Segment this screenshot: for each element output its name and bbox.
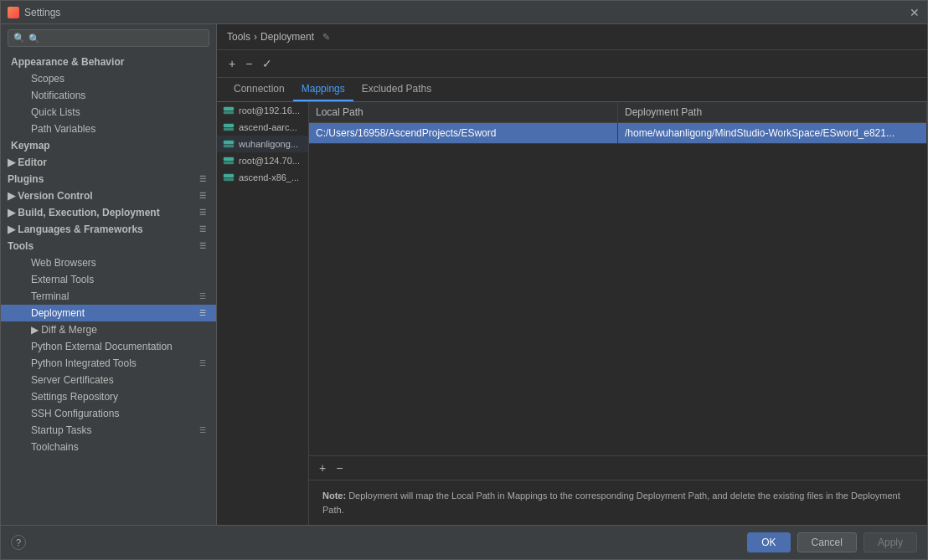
col-header-local: Local Path: [309, 102, 618, 122]
title-bar: Settings ✕: [1, 1, 927, 24]
sidebar-item-external-tools[interactable]: External Tools: [1, 271, 216, 288]
server-item-4[interactable]: root@124.70...: [217, 152, 308, 169]
content-panel: Tools › Deployment ✎ + − ✓ Connection Ma…: [217, 24, 927, 525]
lang-icon: ☰: [199, 225, 206, 234]
sidebar-item-web-browsers[interactable]: Web Browsers: [1, 254, 216, 271]
build-icon: ☰: [199, 208, 206, 217]
remove-mapping-button[interactable]: −: [333, 460, 346, 476]
breadcrumb-edit-icon[interactable]: ✎: [322, 32, 330, 43]
sidebar-item-path-variables[interactable]: Path Variables: [1, 121, 216, 137]
terminal-icon: ☰: [199, 292, 206, 301]
sidebar-item-languages[interactable]: ▶ Languages & Frameworks ☰: [1, 221, 216, 238]
tab-mappings[interactable]: Mappings: [293, 78, 353, 101]
sidebar-item-deployment[interactable]: Deployment ☰: [1, 305, 216, 321]
note-area: Note: Deployment will map the Local Path…: [309, 480, 927, 525]
mapping-cell-deploy-1: /home/wuhanligong/MindStudio-WorkSpace/E…: [618, 123, 927, 143]
sidebar-item-tools[interactable]: Tools ☰: [1, 238, 216, 254]
search-box[interactable]: 🔍: [8, 29, 209, 47]
server-icon-1: [222, 105, 235, 116]
py-int-icon: ☰: [199, 359, 206, 367]
mapping-row-1[interactable]: C:/Users/16958/AscendProjects/ESword /ho…: [309, 123, 927, 144]
svg-rect-6: [224, 157, 234, 161]
server-item-5[interactable]: ascend-x86_...: [217, 169, 308, 186]
startup-icon: ☰: [199, 426, 206, 434]
svg-rect-5: [224, 145, 234, 147]
sidebar-item-python-int-tools[interactable]: Python Integrated Tools ☰: [1, 355, 216, 372]
mappings-table-header: Local Path Deployment Path: [309, 102, 927, 123]
sidebar-item-appearance[interactable]: Appearance & Behavior: [1, 54, 216, 70]
sidebar-item-editor[interactable]: ▶ Editor: [1, 154, 216, 171]
sidebar-item-terminal[interactable]: Terminal ☰: [1, 288, 216, 305]
breadcrumb-current: Deployment: [260, 31, 314, 43]
window-title: Settings: [24, 7, 60, 18]
split-panel: root@192.16... ascend-aarc...: [217, 102, 927, 525]
server-item-2[interactable]: ascend-aarc...: [217, 119, 308, 136]
app-icon: [8, 7, 19, 18]
breadcrumb-parent: Tools: [227, 31, 250, 43]
sidebar-item-version-control[interactable]: ▶ Version Control ☰: [1, 188, 216, 204]
server-item-1[interactable]: root@192.16...: [217, 102, 308, 119]
sidebar-section: Appearance & Behavior Scopes Notificatio…: [1, 52, 216, 457]
add-server-button[interactable]: +: [225, 55, 239, 72]
mappings-toolbar-bottom: + −: [309, 455, 927, 480]
close-button[interactable]: ✕: [909, 7, 920, 18]
apply-button[interactable]: Apply: [864, 532, 917, 552]
svg-rect-1: [224, 111, 234, 114]
sidebar-item-ssh-config[interactable]: SSH Configurations: [1, 405, 216, 422]
server-icon-5: [222, 172, 235, 182]
title-bar-left: Settings: [8, 7, 60, 18]
sidebar-item-toolchains[interactable]: Toolchains: [1, 439, 216, 455]
server-item-3[interactable]: wuhanligong...: [217, 136, 308, 152]
col-header-deploy: Deployment Path: [618, 102, 927, 122]
deployment-icon: ☰: [199, 309, 206, 317]
remove-server-button[interactable]: −: [242, 55, 255, 72]
sidebar-item-python-ext-doc[interactable]: Python External Documentation: [1, 338, 216, 355]
sidebar-item-plugins[interactable]: Plugins ☰: [1, 171, 216, 188]
sidebar-item-notifications[interactable]: Notifications: [1, 87, 216, 104]
ok-button[interactable]: OK: [747, 532, 790, 552]
tools-icon: ☰: [199, 242, 206, 250]
server-list: root@192.16... ascend-aarc...: [217, 102, 309, 525]
server-icon-4: [222, 156, 235, 166]
main-content: 🔍 Appearance & Behavior Scopes Notificat…: [1, 24, 927, 525]
server-icon-2: [222, 122, 235, 132]
breadcrumb-separator: ›: [254, 31, 257, 43]
bottom-bar: ? OK Cancel Apply: [1, 525, 927, 559]
search-icon: 🔍: [13, 33, 25, 44]
svg-rect-4: [224, 141, 234, 144]
svg-rect-8: [224, 174, 234, 177]
sidebar-item-quick-lists[interactable]: Quick Lists: [1, 104, 216, 121]
settings-window: Settings ✕ 🔍 Appearance & Behavior Scope…: [0, 0, 928, 560]
breadcrumb: Tools › Deployment ✎: [217, 24, 927, 50]
deployment-tabs: Connection Mappings Excluded Paths: [217, 78, 927, 102]
sidebar-item-settings-repo[interactable]: Settings Repository: [1, 388, 216, 405]
tab-excluded-paths[interactable]: Excluded Paths: [353, 78, 440, 101]
sidebar-item-startup-tasks[interactable]: Startup Tasks ☰: [1, 422, 216, 439]
note-label: Note:: [322, 491, 346, 501]
vc-icon: ☰: [199, 192, 206, 200]
sidebar: 🔍 Appearance & Behavior Scopes Notificat…: [1, 24, 217, 525]
sidebar-item-diff-merge[interactable]: ▶ Diff & Merge: [1, 321, 216, 338]
add-mapping-button[interactable]: +: [316, 460, 329, 476]
help-button[interactable]: ?: [11, 535, 26, 550]
mappings-toolbar-top: + − ✓: [217, 50, 927, 78]
check-button[interactable]: ✓: [259, 55, 276, 72]
mapping-cell-local-1: C:/Users/16958/AscendProjects/ESword: [309, 123, 618, 143]
search-input[interactable]: [28, 33, 204, 44]
svg-rect-3: [224, 128, 234, 131]
plugins-gear-icon: ☰: [199, 175, 206, 183]
note-text: Deployment will map the Local Path in Ma…: [322, 491, 900, 515]
svg-rect-2: [224, 124, 234, 127]
svg-rect-7: [224, 162, 234, 164]
tab-connection[interactable]: Connection: [225, 78, 293, 101]
mappings-panel: Local Path Deployment Path C:/Users/1695…: [309, 102, 927, 525]
sidebar-item-keymap[interactable]: Keymap: [1, 137, 216, 154]
sidebar-item-scopes[interactable]: Scopes: [1, 70, 216, 87]
svg-rect-0: [224, 107, 234, 110]
cancel-button[interactable]: Cancel: [797, 532, 857, 552]
svg-rect-9: [224, 178, 234, 181]
sidebar-item-build-exec[interactable]: ▶ Build, Execution, Deployment ☰: [1, 204, 216, 221]
server-icon-3: [222, 139, 235, 149]
mappings-table-body: C:/Users/16958/AscendProjects/ESword /ho…: [309, 123, 927, 455]
sidebar-item-server-certs[interactable]: Server Certificates: [1, 372, 216, 388]
